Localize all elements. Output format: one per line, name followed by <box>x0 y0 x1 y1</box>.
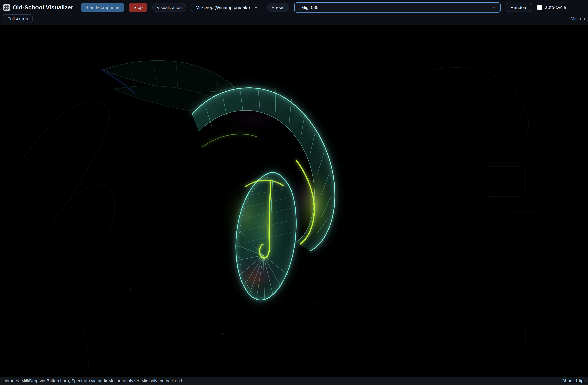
control-knobs-icon <box>3 4 10 11</box>
random-button[interactable]: Random <box>506 3 532 12</box>
visualization-select-value: MilkDrop (Winamp presets) <box>196 5 250 10</box>
fullscreen-button[interactable]: Fullscreen <box>3 14 33 23</box>
preset-select[interactable]: _Mig_085 <box>294 2 501 13</box>
preset-label: Preset <box>267 3 289 12</box>
brand: Old-School Visualizer <box>3 4 73 11</box>
toolbar: Old-School Visualizer Start Microphone S… <box>0 0 588 25</box>
auto-cycle-label: auto-cycle <box>545 5 566 10</box>
auto-cycle-checkbox[interactable] <box>537 5 542 10</box>
app-window: Old-School Visualizer Start Microphone S… <box>0 0 588 385</box>
stop-button[interactable]: Stop <box>129 3 147 12</box>
app-title: Old-School Visualizer <box>13 4 73 11</box>
visualizer-canvas[interactable] <box>0 25 588 377</box>
milkdrop-visualization <box>0 25 588 377</box>
visualization-label: Visualization <box>152 3 186 12</box>
toolbar-row-2: Fullscreen Mic: on <box>3 14 586 23</box>
start-microphone-button[interactable]: Start Microphone <box>81 3 124 12</box>
mic-status: Mic: on <box>570 16 586 21</box>
visualization-select[interactable]: MilkDrop (Winamp presets) <box>191 3 262 12</box>
preset-select-value: _Mig_085 <box>299 5 318 10</box>
toolbar-row-1: Old-School Visualizer Start Microphone S… <box>3 2 586 13</box>
status-bar: Libraries: MilkDrop via Butterchurn, Spe… <box>0 377 588 385</box>
about-tips-link[interactable]: About & tips <box>562 378 586 383</box>
footer-status: Libraries: MilkDrop via Butterchurn, Spe… <box>2 378 183 383</box>
chevron-down-icon <box>253 5 259 10</box>
auto-cycle-control[interactable]: auto-cycle <box>537 5 566 10</box>
chevron-down-icon <box>492 5 497 10</box>
